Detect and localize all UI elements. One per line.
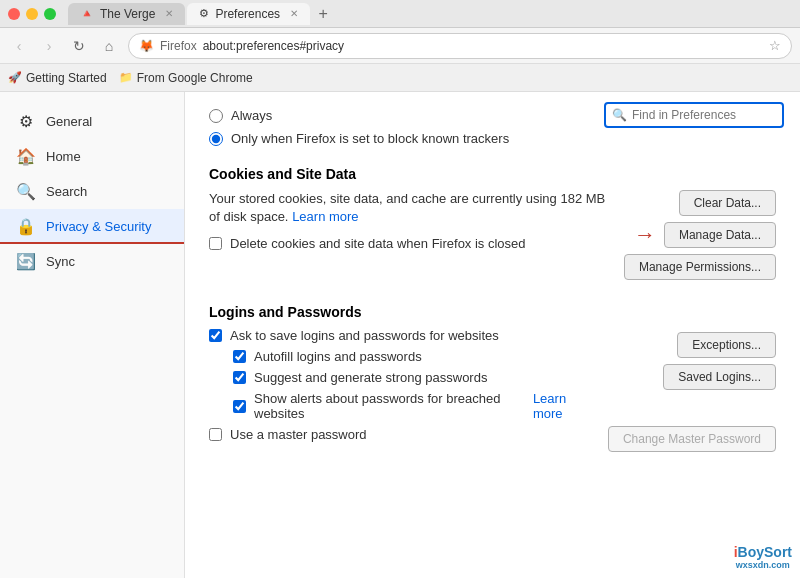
sidebar: ⚙ General 🏠 Home 🔍 Search 🔒 Privacy & Se… (0, 92, 185, 578)
nav-bar: ‹ › ↻ ⌂ 🦊 Firefox about:preferences#priv… (0, 28, 800, 64)
cookies-desc: Your stored cookies, site data, and cach… (209, 190, 608, 226)
logins-section: Logins and Passwords Ask to save logins … (209, 304, 776, 452)
prefs-tab-label: Preferences (215, 7, 280, 21)
close-button[interactable] (8, 8, 20, 20)
url-bar[interactable]: 🦊 Firefox about:preferences#privacy ☆ (128, 33, 792, 59)
bookmark-label-started: Getting Started (26, 71, 107, 85)
sidebar-item-privacy[interactable]: 🔒 Privacy & Security (0, 209, 184, 244)
pref-search-input[interactable] (604, 102, 784, 128)
url-brand: Firefox (160, 39, 197, 53)
manage-data-button[interactable]: Manage Data... (664, 222, 776, 248)
cookies-section: Cookies and Site Data Your stored cookie… (209, 166, 776, 280)
cookies-section-title: Cookies and Site Data (209, 166, 776, 182)
bookmark-icon-chrome: 📁 (119, 71, 133, 84)
title-bar: 🔺 The Verge ✕ ⚙ Preferences ✕ + (0, 0, 800, 28)
bookmarks-bar: 🚀 Getting Started 📁 From Google Chrome (0, 64, 800, 92)
delete-cookies-checkbox[interactable]: Delete cookies and site data when Firefo… (209, 236, 608, 251)
sync-icon: 🔄 (16, 252, 36, 271)
watermark-brand: BoySort (738, 544, 792, 560)
watermark-sub: wxsxdn.com (734, 560, 792, 570)
radio-onlywhen-input[interactable] (209, 132, 223, 146)
alerts-learn-more-link[interactable]: Learn more (533, 391, 592, 421)
suggest-label: Suggest and generate strong passwords (254, 370, 487, 385)
cookies-desc-text: Your stored cookies, site data, and cach… (209, 191, 605, 224)
radio-always-input[interactable] (209, 109, 223, 123)
autofill-label: Autofill logins and passwords (254, 349, 422, 364)
manage-permissions-button[interactable]: Manage Permissions... (624, 254, 776, 280)
alerts-checkbox[interactable]: Show alerts about passwords for breached… (233, 391, 592, 421)
arrow-icon: → (634, 222, 656, 248)
suggest-input[interactable] (233, 371, 246, 384)
verge-tab-label: The Verge (100, 7, 155, 21)
prefs-tab-close[interactable]: ✕ (290, 8, 298, 19)
sidebar-label-privacy: Privacy & Security (46, 219, 151, 234)
forward-button[interactable]: › (38, 35, 60, 57)
autofill-input[interactable] (233, 350, 246, 363)
ask-save-input[interactable] (209, 329, 222, 342)
bookmark-getting-started[interactable]: 🚀 Getting Started (8, 71, 107, 85)
new-tab-button[interactable]: + (312, 3, 334, 25)
sidebar-label-home: Home (46, 149, 81, 164)
search-icon: 🔍 (16, 182, 36, 201)
master-password-label: Use a master password (230, 427, 367, 442)
sidebar-label-general: General (46, 114, 92, 129)
ask-save-label: Ask to save logins and passwords for web… (230, 328, 499, 343)
logins-checkboxes: Ask to save logins and passwords for web… (209, 328, 592, 452)
bookmark-star-icon[interactable]: ☆ (769, 38, 781, 53)
logins-section-title: Logins and Passwords (209, 304, 776, 320)
cookies-content-main: Your stored cookies, site data, and cach… (209, 190, 608, 280)
suggest-checkbox[interactable]: Suggest and generate strong passwords (233, 370, 592, 385)
radio-onlywhen[interactable]: Only when Firefox is set to block known … (209, 131, 776, 146)
traffic-lights (8, 8, 56, 20)
content-area: 🔍 Always Only when Firefox is set to blo… (185, 92, 800, 578)
change-master-password-button[interactable]: Change Master Password (608, 426, 776, 452)
radio-always-label: Always (231, 108, 272, 123)
main-area: ⚙ General 🏠 Home 🔍 Search 🔒 Privacy & Se… (0, 92, 800, 578)
indented-checkboxes: Autofill logins and passwords Suggest an… (233, 349, 592, 421)
home-button[interactable]: ⌂ (98, 35, 120, 57)
tab-preferences[interactable]: ⚙ Preferences ✕ (187, 3, 310, 25)
ask-save-checkbox[interactable]: Ask to save logins and passwords for web… (209, 328, 592, 343)
delete-cookies-row: Delete cookies and site data when Firefo… (209, 236, 608, 251)
cookies-content-with-buttons: Your stored cookies, site data, and cach… (209, 190, 776, 280)
cookies-learn-more-link[interactable]: Learn more (292, 209, 358, 224)
url-favicon: 🦊 (139, 39, 154, 53)
minimize-button[interactable] (26, 8, 38, 20)
general-icon: ⚙ (16, 112, 36, 131)
exceptions-button[interactable]: Exceptions... (677, 332, 776, 358)
clear-data-button[interactable]: Clear Data... (679, 190, 776, 216)
home-icon: 🏠 (16, 147, 36, 166)
reload-button[interactable]: ↻ (68, 35, 90, 57)
pref-search-container: 🔍 (604, 102, 784, 128)
logins-buttons: Exceptions... Saved Logins... Change Mas… (608, 328, 776, 452)
pref-search-icon: 🔍 (612, 108, 627, 122)
watermark: iBoySort wxsxdn.com (734, 544, 792, 570)
master-password-input[interactable] (209, 428, 222, 441)
sidebar-item-sync[interactable]: 🔄 Sync (0, 244, 184, 279)
sidebar-item-home[interactable]: 🏠 Home (0, 139, 184, 174)
sidebar-label-search: Search (46, 184, 87, 199)
verge-tab-close[interactable]: ✕ (165, 8, 173, 19)
tab-verge[interactable]: 🔺 The Verge ✕ (68, 3, 185, 25)
saved-logins-button[interactable]: Saved Logins... (663, 364, 776, 390)
logins-content-layout: Ask to save logins and passwords for web… (209, 328, 776, 452)
alerts-label: Show alerts about passwords for breached… (254, 391, 521, 421)
sidebar-item-general[interactable]: ⚙ General (0, 104, 184, 139)
cookies-buttons: Clear Data... → Manage Data... Manage Pe… (624, 190, 776, 280)
bookmark-icon-started: 🚀 (8, 71, 22, 84)
radio-onlywhen-label: Only when Firefox is set to block known … (231, 131, 509, 146)
delete-cookies-label: Delete cookies and site data when Firefo… (230, 236, 526, 251)
url-text: about:preferences#privacy (203, 39, 763, 53)
delete-cookies-input[interactable] (209, 237, 222, 250)
autofill-checkbox[interactable]: Autofill logins and passwords (233, 349, 592, 364)
alerts-input[interactable] (233, 400, 246, 413)
prefs-tab-icon: ⚙ (199, 7, 209, 20)
verge-tab-icon: 🔺 (80, 7, 94, 20)
manage-data-row: → Manage Data... (634, 222, 776, 248)
maximize-button[interactable] (44, 8, 56, 20)
back-button[interactable]: ‹ (8, 35, 30, 57)
sidebar-label-sync: Sync (46, 254, 75, 269)
master-password-checkbox[interactable]: Use a master password (209, 427, 592, 442)
bookmark-from-chrome[interactable]: 📁 From Google Chrome (119, 71, 253, 85)
sidebar-item-search[interactable]: 🔍 Search (0, 174, 184, 209)
